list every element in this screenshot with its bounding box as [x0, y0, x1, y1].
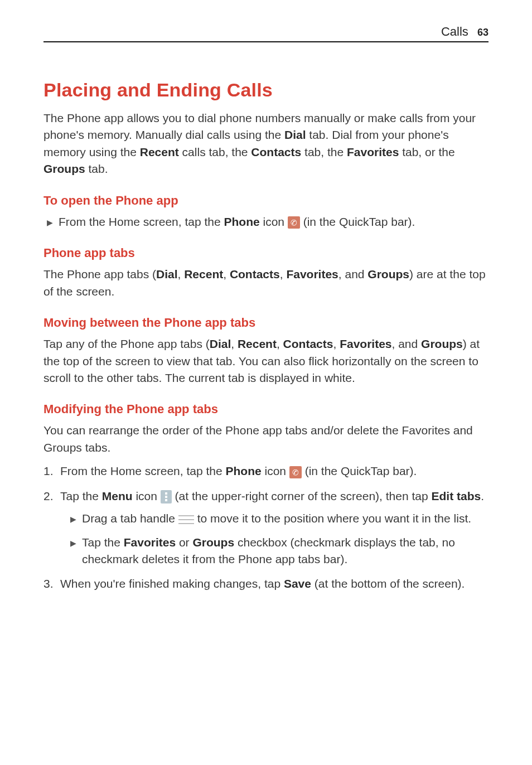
text: ,	[223, 268, 230, 280]
sub-bullet-drag: ▶ Drag a tab handle to move it to the po…	[70, 510, 489, 527]
text: tab, or the	[399, 146, 454, 158]
bullet-text: From the Home screen, tap the Phone icon…	[59, 214, 415, 230]
text: icon	[133, 490, 161, 502]
text: .	[481, 490, 484, 502]
heading-open-phone-app: To open the Phone app	[43, 193, 489, 208]
text: tab.	[85, 162, 108, 175]
modifying-intro: You can rearrange the order of the Phone…	[43, 422, 489, 456]
bullet-open-phone: ▶ From the Home screen, tap the Phone ic…	[47, 214, 489, 230]
text: When you're finished making changes, tap	[60, 577, 284, 590]
text: The Phone app tabs (	[43, 268, 156, 280]
bold-recent: Recent	[140, 146, 179, 158]
text: ,	[231, 337, 238, 350]
text: (in the QuickTap bar).	[302, 464, 417, 477]
text: (in the QuickTap bar).	[300, 215, 415, 228]
step-2-sub-bullets: ▶ Drag a tab handle to move it to the po…	[60, 510, 489, 568]
bold-favorites: Favorites	[340, 337, 391, 350]
text: Tap any of the Phone app tabs (	[43, 337, 210, 350]
text: Tap the	[82, 536, 124, 549]
page-title: Placing and Ending Calls	[43, 79, 489, 101]
phone-icon: ✆	[289, 466, 302, 478]
text: From the Home screen, tap the	[59, 215, 224, 228]
numbered-steps: From the Home screen, tap the Phone icon…	[43, 463, 489, 593]
text: Drag a tab handle	[82, 512, 178, 525]
text: ,	[333, 337, 340, 350]
text: calls tab, the	[179, 146, 252, 158]
phone-icon: ✆	[288, 216, 300, 229]
text: or	[176, 536, 192, 549]
section-name: Calls	[441, 25, 468, 38]
bold-dial: Dial	[156, 268, 178, 280]
intro-paragraph: The Phone app allows you to dial phone n…	[43, 110, 489, 178]
bold-edit-tabs: Edit tabs	[432, 490, 481, 502]
bold-favorites: Favorites	[347, 146, 399, 158]
page-number: 63	[477, 27, 489, 38]
bold-favorites: Favorites	[124, 536, 176, 549]
tab-handle-icon	[178, 515, 194, 524]
bold-contacts: Contacts	[230, 268, 280, 280]
bullet-text: Tap the Favorites or Groups checkbox (ch…	[82, 534, 489, 568]
bold-groups: Groups	[43, 162, 85, 175]
bold-contacts: Contacts	[283, 337, 333, 350]
heading-modifying-tabs: Modifying the Phone app tabs	[43, 402, 489, 417]
text: From the Home screen, tap the	[60, 464, 225, 477]
menu-icon	[161, 490, 172, 503]
text: to move it to the position where you wan…	[194, 512, 471, 525]
sub-bullet-checkbox: ▶ Tap the Favorites or Groups checkbox (…	[70, 534, 489, 568]
text: ,	[280, 268, 287, 280]
text: tab, the	[301, 146, 347, 158]
bold-recent: Recent	[184, 268, 223, 280]
phone-app-tabs-paragraph: The Phone app tabs (Dial, Recent, Contac…	[43, 266, 489, 300]
page-header: Calls 63	[441, 25, 489, 39]
text: , and	[338, 268, 368, 280]
bold-save: Save	[284, 577, 311, 590]
text: (at the bottom of the screen).	[311, 577, 465, 590]
triangle-bullet-icon: ▶	[47, 217, 53, 228]
bold-groups: Groups	[421, 337, 463, 350]
bold-menu: Menu	[102, 490, 133, 502]
text: ,	[277, 337, 283, 350]
text: icon	[260, 215, 288, 228]
step-1: From the Home screen, tap the Phone icon…	[43, 463, 489, 480]
text: icon	[262, 464, 289, 477]
text: Tap the	[60, 490, 102, 502]
text: ,	[178, 268, 185, 280]
triangle-bullet-icon: ▶	[70, 538, 76, 549]
heading-phone-app-tabs: Phone app tabs	[43, 246, 489, 260]
header-rule	[43, 41, 489, 42]
bold-recent: Recent	[238, 337, 277, 350]
page-content: Placing and Ending Calls The Phone app a…	[43, 31, 489, 593]
bold-contacts: Contacts	[251, 146, 301, 158]
bold-favorites: Favorites	[286, 268, 338, 280]
bold-groups: Groups	[367, 268, 409, 280]
bold-phone: Phone	[224, 215, 259, 228]
text: (at the upper-right corner of the screen…	[172, 490, 432, 502]
bold-groups: Groups	[192, 536, 234, 549]
step-3: When you're finished making changes, tap…	[43, 575, 489, 592]
document-page: Calls 63 Placing and Ending Calls The Ph…	[0, 0, 532, 765]
heading-moving-tabs: Moving between the Phone app tabs	[43, 316, 489, 330]
bold-dial: Dial	[210, 337, 231, 350]
text: , and	[392, 337, 422, 350]
bold-phone: Phone	[225, 464, 261, 477]
bullet-text: Drag a tab handle to move it to the posi…	[82, 510, 471, 527]
bold-dial: Dial	[284, 128, 306, 141]
triangle-bullet-icon: ▶	[70, 514, 76, 525]
moving-tabs-paragraph: Tap any of the Phone app tabs (Dial, Rec…	[43, 336, 489, 386]
step-2: Tap the Menu icon (at the upper-right co…	[43, 488, 489, 568]
